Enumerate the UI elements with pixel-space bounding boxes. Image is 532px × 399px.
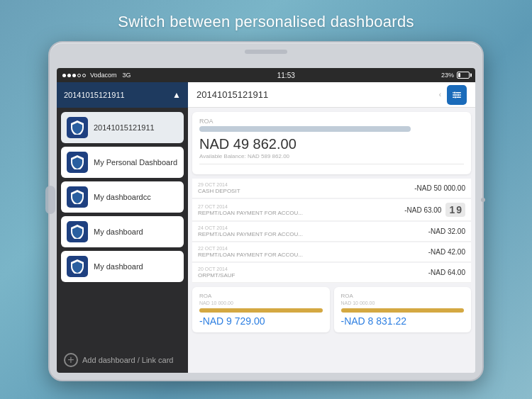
tx-amount-2: -NAD 32.00 [428, 227, 465, 235]
carrier-text: Vodacom [90, 72, 117, 79]
signal-dot-2 [67, 74, 71, 77]
ipad-right-button [481, 198, 485, 202]
transaction-row-3[interactable]: 22 OCT 2014 REPMT/LOAN PAYMENT FOR ACCOU… [192, 242, 471, 262]
transaction-row-0[interactable]: 29 OCT 2014 CASH DEPOSIT -NAD 50 000.00 [192, 179, 471, 198]
right-header-controls: ‹ [439, 85, 467, 105]
settings-button[interactable] [447, 85, 467, 105]
card-bar-0 [199, 308, 323, 313]
shield-icon-3 [67, 221, 88, 242]
tx-left-2: 24 OCT 2014 REPMT/LOAN PAYMENT FOR ACCOU… [198, 225, 303, 237]
card-label-0: ROA [199, 293, 323, 299]
sidebar-item-3[interactable]: My dashboard [61, 216, 184, 247]
sidebar: 20141015121911 ▲ 20141015121911 [57, 82, 188, 373]
svg-point-3 [454, 91, 456, 94]
svg-rect-1 [453, 94, 461, 96]
right-panel: 20141015121911 ‹ [188, 82, 475, 373]
tx-left-3: 22 OCT 2014 REPMT/LOAN PAYMENT FOR ACCOU… [198, 246, 303, 258]
ipad-screen: Vodacom 3G 11:53 23% 20141015121911 ▲ [57, 68, 475, 373]
account-section: ROA NAD 49 862.00 Available Balance: NAD… [192, 112, 471, 174]
sidebar-item-2[interactable]: My dashboardcc [61, 181, 184, 213]
tx-desc-4: ORPMT/SAUF [198, 272, 235, 279]
shield-icon-2 [67, 186, 88, 208]
svg-point-4 [458, 94, 460, 96]
tx-right-1: -NAD 63.00 1 9 [404, 203, 465, 217]
sidebar-item-label-2: My dashboardcc [94, 193, 151, 201]
main-content: 20141015121911 ▲ 20141015121911 [57, 82, 475, 373]
sidebar-item-0[interactable]: 20141015121911 [61, 112, 184, 143]
transaction-row-1[interactable]: 27 OCT 2014 REPMT/LOAN PAYMENT FOR ACCOU… [192, 199, 471, 221]
number-badge-1: 1 9 [445, 203, 465, 217]
sidebar-item-1[interactable]: My Personal Dashboard [61, 147, 184, 178]
account-progress-bar [199, 126, 411, 132]
tx-amount-1: -NAD 63.00 [404, 206, 441, 214]
svg-point-5 [455, 96, 457, 98]
card-sublabel-0: NAD 10 000.00 [199, 300, 323, 305]
shield-icon-0 [67, 117, 88, 138]
add-dashboard-label: Add dashboard / Link card [82, 356, 173, 364]
tx-date-0: 29 OCT 2014 [198, 182, 240, 187]
tx-amount-4: -NAD 64.00 [428, 269, 465, 276]
card-bar-1 [341, 308, 465, 313]
status-bar-time: 11:53 [277, 72, 295, 79]
signal-dot-1 [62, 74, 66, 77]
status-bar-left: Vodacom 3G [62, 72, 131, 79]
sidebar-item-label-4: My dashboard [94, 262, 143, 271]
badge-digit-2: 9 [456, 204, 462, 215]
chevron-left-icon[interactable]: ‹ [439, 91, 441, 99]
add-dashboard-button[interactable]: + Add dashboard / Link card [57, 347, 188, 373]
tx-desc-2: REPMT/LOAN PAYMENT FOR ACCOU... [198, 231, 303, 237]
battery-icon [457, 72, 470, 79]
tx-left-4: 20 OCT 2014 ORPMT/SAUF [198, 266, 235, 279]
tx-right-3: -NAD 42.00 [428, 248, 465, 256]
tx-right-2: -NAD 32.00 [428, 227, 465, 235]
tx-desc-3: REPMT/LOAN PAYMENT FOR ACCOU... [198, 252, 303, 258]
tx-right-0: -NAD 50 000.00 [414, 184, 465, 192]
status-bar: Vodacom 3G 11:53 23% [57, 68, 475, 82]
signal-dots [62, 74, 86, 77]
sidebar-item-label-0: 20141015121911 [94, 123, 155, 132]
bottom-card-0[interactable]: ROA NAD 10 000.00 -NAD 9 729.00 [192, 287, 330, 332]
battery-percent: 23% [441, 72, 454, 79]
tx-right-4: -NAD 64.00 [428, 269, 465, 276]
tx-date-3: 22 OCT 2014 [198, 246, 303, 251]
ipad-frame: Vodacom 3G 11:53 23% 20141015121911 ▲ [48, 41, 484, 381]
sidebar-item-4[interactable]: My dashboard [61, 251, 184, 282]
ipad-side-handle [45, 186, 55, 214]
sidebar-header[interactable]: 20141015121911 ▲ [57, 82, 188, 108]
shield-icon-1 [67, 152, 88, 173]
status-bar-right: 23% [441, 72, 470, 79]
tx-amount-3: -NAD 42.00 [428, 248, 465, 256]
divider [199, 164, 464, 164]
transaction-row-2[interactable]: 24 OCT 2014 REPMT/LOAN PAYMENT FOR ACCOU… [192, 222, 471, 242]
card-label-1: ROA [341, 293, 465, 299]
sidebar-item-label-3: My dashboard [94, 227, 143, 236]
card-amount-1: -NAD 8 831.22 [341, 315, 465, 327]
tx-desc-1: REPMT/LOAN PAYMENT FOR ACCOU... [198, 210, 303, 216]
right-header: 20141015121911 ‹ [188, 82, 475, 108]
tx-date-1: 27 OCT 2014 [198, 204, 303, 209]
card-sublabel-1: NAD 10 000.00 [341, 300, 465, 305]
tx-date-4: 20 OCT 2014 [198, 266, 235, 271]
bottom-card-1[interactable]: ROA NAD 10 000.00 -NAD 8 831.22 [334, 287, 472, 332]
transaction-row-4[interactable]: 20 OCT 2014 ORPMT/SAUF -NAD 64.00 [192, 263, 471, 283]
signal-dot-3 [72, 74, 76, 77]
signal-dot-5 [82, 74, 86, 77]
sidebar-item-label-1: My Personal Dashboard [94, 158, 177, 167]
chevron-up-icon: ▲ [172, 90, 181, 100]
tx-amount-0: -NAD 50 000.00 [414, 184, 465, 192]
account-amount: NAD 49 862.00 [199, 136, 464, 152]
battery-fill [458, 73, 460, 77]
tx-date-2: 24 OCT 2014 [198, 225, 303, 230]
shield-icon-4 [67, 256, 88, 277]
plus-icon: + [64, 353, 78, 367]
sidebar-items: 20141015121911 My Personal Dashboard [57, 108, 188, 347]
tx-left-1: 27 OCT 2014 REPMT/LOAN PAYMENT FOR ACCOU… [198, 204, 303, 216]
bottom-cards: ROA NAD 10 000.00 -NAD 9 729.00 ROA NAD … [188, 283, 475, 337]
page-title: Switch between personalised dashboards [0, 0, 532, 31]
section-label: ROA [199, 118, 464, 125]
network-type: 3G [123, 72, 131, 79]
transactions-list: 29 OCT 2014 CASH DEPOSIT -NAD 50 000.00 … [188, 179, 475, 283]
signal-dot-4 [77, 74, 81, 77]
account-balance-label: Available Balance: NAD 589 862.00 [199, 153, 464, 159]
tx-desc-0: CASH DEPOSIT [198, 188, 240, 194]
